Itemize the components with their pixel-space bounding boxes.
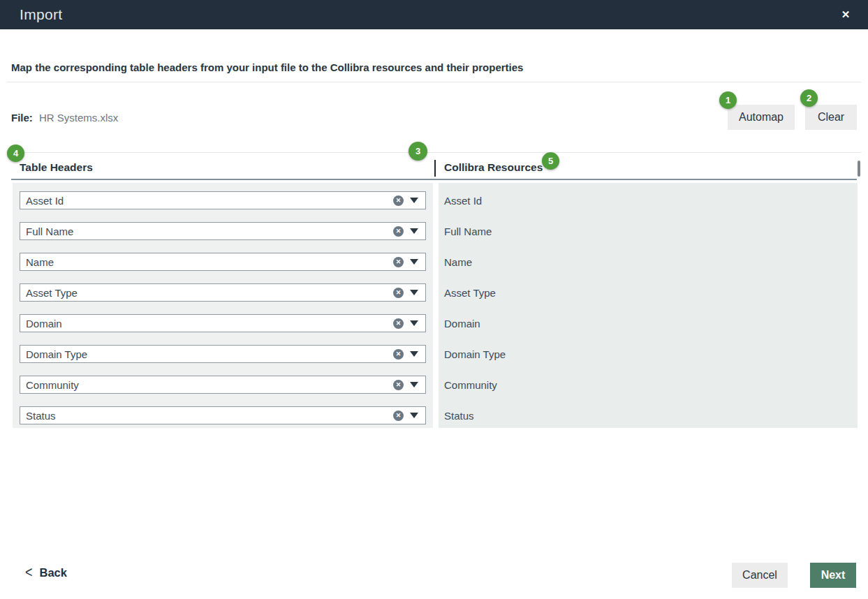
collibra-resources-panel: Asset Id Full Name Name Asset Type Domai… [439,183,858,428]
annotation-badge-2: 2 [800,89,818,107]
dialog-titlebar: Import ✕ [0,0,868,29]
instruction-text: Map the corresponding table headers from… [11,61,523,73]
dropdown-value: Community [26,379,393,391]
table-headers-heading: Table Headers [20,161,93,174]
dropdown-caret-icon[interactable] [410,259,418,265]
dropdown-value: Status [26,410,393,422]
automap-button[interactable]: Automap [728,105,795,130]
import-dialog: Import ✕ Map the corresponding table hea… [0,0,868,599]
header-mapping-dropdown-6[interactable]: Community ✕ [20,376,426,394]
clear-selection-icon[interactable]: ✕ [393,349,404,360]
dropdown-value: Domain [26,318,393,330]
clear-selection-icon[interactable]: ✕ [393,380,404,390]
column-resize-handle[interactable] [858,161,860,177]
dialog-title: Import [20,6,62,23]
file-row: File: HR Systems.xlsx [11,112,118,124]
dropdown-caret-icon[interactable] [410,290,418,295]
clear-selection-icon[interactable]: ✕ [393,318,404,329]
next-button[interactable]: Next [810,563,856,588]
header-mapping-dropdown-2[interactable]: Name ✕ [20,253,426,271]
header-mapping-dropdown-1[interactable]: Full Name ✕ [20,222,426,240]
table-headers-panel: Asset Id ✕ Full Name ✕ Name ✕ Asset Type… [13,183,433,428]
header-mapping-dropdown-3[interactable]: Asset Type ✕ [20,283,426,302]
header-mapping-dropdown-4[interactable]: Domain ✕ [20,314,426,332]
dropdown-caret-icon[interactable] [410,320,418,326]
clear-button[interactable]: Clear [805,105,857,130]
divider [7,152,861,153]
column-divider [434,160,436,177]
collibra-resources-heading: Collibra Resources [444,161,543,174]
resource-label: Full Name [444,222,858,240]
annotation-badge-4: 4 [7,145,24,162]
resource-label: Asset Type [444,283,858,302]
clear-selection-icon[interactable]: ✕ [393,411,404,421]
dropdown-caret-icon[interactable] [410,413,418,418]
dropdown-value: Full Name [26,225,393,237]
annotation-badge-3: 3 [409,142,427,161]
divider [7,82,861,82]
clear-selection-icon[interactable]: ✕ [393,288,404,298]
dropdown-caret-icon[interactable] [410,351,418,357]
clear-selection-icon[interactable]: ✕ [393,257,404,267]
header-mapping-dropdown-7[interactable]: Status ✕ [20,406,426,424]
clear-selection-icon[interactable]: ✕ [393,195,404,206]
back-button[interactable]: < Back [25,565,67,580]
header-mapping-dropdown-0[interactable]: Asset Id ✕ [20,191,426,209]
resource-label: Status [444,406,858,424]
annotation-badge-5: 5 [542,152,559,170]
clear-selection-icon[interactable]: ✕ [393,226,404,237]
resource-label: Domain [444,314,858,332]
resource-label: Domain Type [444,345,858,363]
annotation-badge-1: 1 [719,91,737,109]
resource-label: Community [444,376,858,394]
resource-label: Asset Id [444,191,858,209]
dropdown-value: Domain Type [26,348,393,360]
dropdown-caret-icon[interactable] [410,198,418,203]
header-mapping-dropdown-5[interactable]: Domain Type ✕ [20,345,426,363]
cancel-button[interactable]: Cancel [732,563,788,588]
resource-label: Name [444,253,858,271]
chevron-left-icon: < [25,564,33,582]
heading-underline [11,179,857,180]
dropdown-value: Name [26,256,393,268]
close-icon[interactable]: ✕ [836,0,855,29]
dropdown-value: Asset Type [26,287,393,299]
file-name: HR Systems.xlsx [39,112,118,124]
back-label: Back [40,566,67,579]
dropdown-value: Asset Id [26,195,393,207]
file-label: File: [11,112,33,124]
dropdown-caret-icon[interactable] [410,228,418,234]
dropdown-caret-icon[interactable] [410,382,418,387]
